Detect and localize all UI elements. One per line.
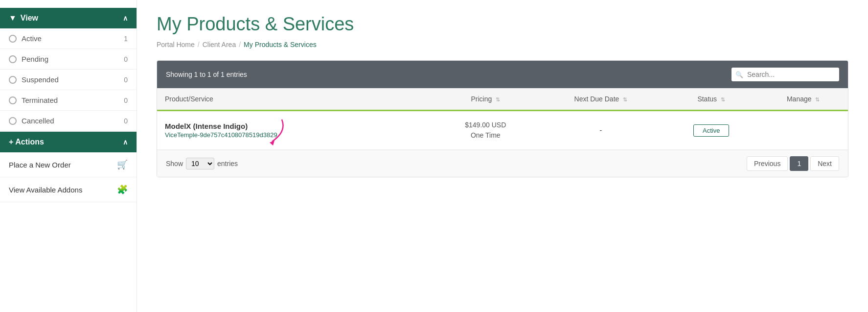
radio-active [9,35,17,43]
radio-suspended [9,76,17,84]
product-id[interactable]: ViceTemple-9de757c4108078519d3829 [165,131,426,139]
pricing-cell: $149.00 USD One Time [434,111,538,150]
status-badge: Active [693,124,729,137]
filter-cancelled-count: 0 [124,117,128,125]
radio-terminated [9,96,17,104]
filter-icon: ▼ [9,14,17,23]
previous-page-button[interactable]: Previous [747,156,788,171]
sidebar-filter-suspended[interactable]: Suspended 0 [0,70,137,90]
sidebar-filter-cancelled[interactable]: Cancelled 0 [0,111,137,131]
next-due-date-value: - [600,126,602,134]
col-product-service[interactable]: Product/Service [157,88,434,111]
pricing-amount: $149.00 USD [441,120,530,130]
filter-active-label: Active [22,34,42,43]
breadcrumb-sep-2: / [239,41,241,48]
table-header: Product/Service Pricing ⇅ Next Due Date … [157,88,848,111]
filter-pending-label: Pending [22,55,48,63]
next-page-button[interactable]: Next [810,156,839,171]
manage-cell [758,111,848,150]
per-page-select[interactable]: 10 25 50 100 [186,158,214,169]
sort-status-icon: ⇅ [721,96,725,103]
filter-suspended-count: 0 [124,76,128,84]
breadcrumb-client-area[interactable]: Client Area [203,41,236,48]
filter-cancelled-label: Cancelled [22,117,54,125]
main-content: My Products & Services Portal Home / Cli… [137,0,868,312]
actions-collapse-icon: ∧ [123,138,128,146]
filter-pending-count: 0 [124,55,128,63]
radio-cancelled [9,117,17,125]
search-input[interactable] [731,68,839,81]
filter-suspended-label: Suspended [22,75,59,84]
show-label: Show [166,160,183,168]
view-collapse-icon: ∧ [123,14,128,22]
col-date-label: Next Due Date [574,95,619,103]
show-entries-control: Show 10 25 50 100 entries [166,158,238,169]
status-cell: Active [664,111,758,150]
products-table-container: Showing 1 to 1 of 1 entries Product/Serv… [157,60,848,177]
sort-pricing-icon: ⇅ [496,96,500,103]
sidebar-action-view-addons[interactable]: View Available Addons 🧩 [0,177,137,202]
pricing-term: One Time [441,130,530,141]
pagination: Previous 1 Next [747,156,839,171]
sidebar-filter-active[interactable]: Active 1 [0,28,137,49]
table-body: ModelX (Intense Indigo) ViceTemple-9de75… [157,111,848,150]
svg-marker-0 [270,141,274,145]
filter-active-count: 1 [124,35,128,43]
view-addons-label: View Available Addons [9,186,82,194]
entries-count-text: Showing 1 to 1 of 1 entries [166,71,247,78]
col-status-label: Status [697,95,717,103]
addons-icon: 🧩 [117,184,128,195]
col-status[interactable]: Status ⇅ [664,88,758,111]
breadcrumb: Portal Home / Client Area / My Products … [157,41,848,48]
col-pricing-label: Pricing [471,95,492,103]
next-due-date-cell: - [538,111,664,150]
product-name[interactable]: ModelX (Intense Indigo) [165,122,248,130]
search-wrapper [731,68,839,81]
breadcrumb-portal-home[interactable]: Portal Home [157,41,195,48]
page-title: My Products & Services [157,14,848,35]
sidebar-filter-pending[interactable]: Pending 0 [0,49,137,70]
col-manage[interactable]: Manage ⇅ [758,88,848,111]
new-order-label: Place a New Order [9,161,71,169]
col-pricing[interactable]: Pricing ⇅ [434,88,538,111]
col-manage-label: Manage [787,95,812,103]
table-footer: Show 10 25 50 100 entries Previous 1 Nex… [157,150,848,177]
col-next-due-date[interactable]: Next Due Date ⇅ [538,88,664,111]
col-product-label: Product/Service [165,95,213,103]
sidebar-filter-list: Active 1 Pending 0 Suspended 0 [0,28,137,132]
cart-icon: 🛒 [117,159,128,170]
products-table: Product/Service Pricing ⇅ Next Due Date … [157,88,848,150]
sidebar-filter-terminated[interactable]: Terminated 0 [0,90,137,111]
breadcrumb-current: My Products & Services [244,41,317,48]
product-cell: ModelX (Intense Indigo) ViceTemple-9de75… [157,111,434,150]
table-toolbar: Showing 1 to 1 of 1 entries [157,61,848,88]
sidebar-view-header[interactable]: ▼ View ∧ [0,8,137,28]
sidebar-actions-label: + Actions [9,138,44,146]
sidebar: ▼ View ∧ Active 1 Pending 0 [0,0,137,312]
radio-pending [9,55,17,63]
filter-terminated-count: 0 [124,96,128,104]
sort-date-icon: ⇅ [623,96,627,103]
sidebar-view-label: View [21,14,38,23]
sidebar-action-new-order[interactable]: Place a New Order 🛒 [0,152,137,177]
sort-manage-icon: ⇅ [815,96,820,103]
breadcrumb-sep-1: / [198,41,200,48]
entries-label: entries [217,160,238,168]
page-1-button[interactable]: 1 [790,156,808,171]
sidebar-actions-header[interactable]: + Actions ∧ [0,132,137,152]
table-row: ModelX (Intense Indigo) ViceTemple-9de75… [157,111,848,150]
filter-terminated-label: Terminated [22,96,58,104]
table-header-row: Product/Service Pricing ⇅ Next Due Date … [157,88,848,111]
